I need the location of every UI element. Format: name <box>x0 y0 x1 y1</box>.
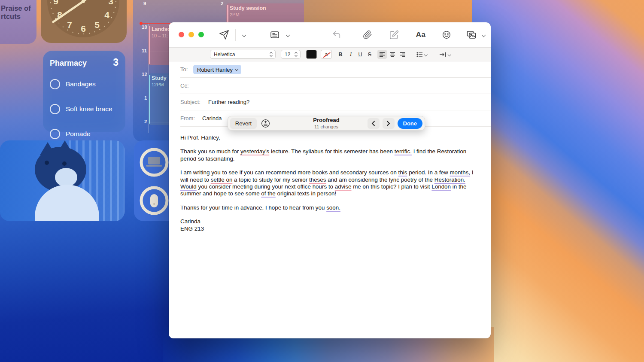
format-bar: Helvetica 12 a B I U S <box>169 47 491 61</box>
underline-button[interactable]: U <box>356 50 365 59</box>
text-widget-line: Praise of <box>1 4 36 12</box>
to-field-row[interactable]: To: Robert Hanley <box>169 61 491 78</box>
clock-number: 4 <box>104 10 109 20</box>
recipient-name: Robert Hanley <box>197 67 233 73</box>
italic-button[interactable]: I <box>346 50 355 59</box>
markup-button[interactable] <box>388 28 401 41</box>
clock-number: 6 <box>81 24 86 34</box>
clock-number: 5 <box>94 20 100 30</box>
writing-tools-icon <box>261 119 270 128</box>
proofread-change[interactable]: soon. <box>326 204 340 211</box>
highlight-color-button[interactable]: a <box>321 50 332 59</box>
event-title: Study session <box>230 5 304 11</box>
wallpaper-right <box>472 0 644 362</box>
reminders-count: 3 <box>113 57 118 68</box>
reminders-widget-pharmacy[interactable]: Pharmacy 3 Bandages Soft knee brace Poma… <box>43 51 125 132</box>
done-button[interactable]: Done <box>398 118 423 129</box>
proofread-change[interactable]: Restoration. <box>434 176 465 183</box>
font-size-select[interactable]: 12 <box>281 50 301 59</box>
reminder-item[interactable]: Soft knee brace <box>50 104 118 114</box>
send-button[interactable] <box>218 28 231 41</box>
calendar-hour-label: 2 <box>144 119 147 124</box>
chevron-down-icon <box>242 33 246 37</box>
reminder-item[interactable]: Pomade <box>50 129 118 139</box>
align-left-button[interactable] <box>377 50 387 59</box>
reminder-checkbox[interactable] <box>50 129 60 139</box>
reminder-label: Pomade <box>66 130 91 138</box>
text-color-well[interactable] <box>306 50 317 59</box>
clock-widget[interactable]: 3 4 5 6 7 8 9 <box>41 0 127 43</box>
proofread-change[interactable]: of the <box>261 190 276 197</box>
zoom-button[interactable] <box>198 32 204 37</box>
proofread-change[interactable]: settle on <box>211 176 233 183</box>
calendar-hour-label: 1 <box>144 95 147 100</box>
revert-button[interactable]: Revert <box>230 118 257 129</box>
format-button[interactable]: Aa <box>414 28 427 41</box>
proofread-title: Proofread <box>313 117 339 123</box>
calendar-hour-label: 10 <box>142 24 147 30</box>
minimize-button[interactable] <box>188 32 194 37</box>
undo-button[interactable] <box>330 28 343 41</box>
desktop: Praise of rtcuts 3 4 5 6 7 8 9 Pharmacy … <box>0 0 644 362</box>
mail-compose-window: Aa Helvetica 12 <box>169 22 491 338</box>
proofread-change[interactable]: theses <box>309 176 326 183</box>
photo-widget-cat[interactable] <box>0 140 125 221</box>
proofread-status: Proofread 11 changes <box>313 117 339 129</box>
proofread-change[interactable]: terrific. <box>395 148 412 155</box>
reminder-checkbox[interactable] <box>50 104 60 114</box>
indent-button[interactable] <box>437 50 452 59</box>
proofread-change[interactable]: yesterday's <box>240 148 269 155</box>
strikethrough-button[interactable]: S <box>365 50 374 59</box>
attach-button[interactable] <box>361 28 374 41</box>
align-center-button[interactable] <box>388 50 397 59</box>
recipient-token[interactable]: Robert Hanley <box>193 65 241 74</box>
stepper-icon <box>269 51 273 58</box>
indent-icon <box>439 52 447 58</box>
proofread-change[interactable]: months, <box>450 169 470 176</box>
align-right-button[interactable] <box>398 50 407 59</box>
cc-field-row[interactable]: Cc: <box>169 78 491 94</box>
next-change-button[interactable] <box>383 118 395 129</box>
emoji-button[interactable] <box>440 28 453 41</box>
proofread-change-count: 11 changes <box>313 124 339 129</box>
shortcuts-text-widget[interactable]: Praise of rtcuts <box>0 0 36 44</box>
send-options-button[interactable] <box>237 28 250 41</box>
photo-browser-icon <box>466 30 477 40</box>
reminder-item[interactable]: Bandages <box>50 79 118 89</box>
chevron-down-icon <box>448 53 451 56</box>
photo-browser-button[interactable] <box>465 28 478 41</box>
proofread-change[interactable]: Would <box>180 183 197 190</box>
clock-ticks-and-hands <box>41 0 127 43</box>
calendar-hour-label: 2 <box>221 1 223 6</box>
body-paragraph: ENG 213 <box>180 225 481 232</box>
email-body[interactable]: Hi Prof. Hanley,Thank you so much for ye… <box>180 134 481 239</box>
font-family-select[interactable]: Helvetica <box>210 50 276 59</box>
chevron-down-icon <box>481 33 486 37</box>
font-size-value: 12 <box>285 52 290 58</box>
subject-field-row[interactable]: Subject: Further reading? <box>169 94 491 110</box>
cc-label: Cc: <box>180 82 189 89</box>
writing-tools-button[interactable] <box>260 118 271 129</box>
proofread-change[interactable]: advise <box>335 183 352 190</box>
emoji-icon <box>442 30 451 40</box>
header-options-button[interactable] <box>281 28 294 41</box>
list-style-button[interactable] <box>415 50 428 59</box>
from-label: From: <box>180 115 195 122</box>
body-paragraph: I am writing you to see if you can recom… <box>180 169 481 198</box>
header-fields-button[interactable] <box>268 28 281 41</box>
paperclip-icon <box>363 30 372 40</box>
bold-button[interactable]: B <box>336 50 345 59</box>
chevron-left-icon <box>371 121 375 126</box>
proofread-change[interactable]: this <box>398 169 407 176</box>
calendar-gridline <box>150 4 219 4</box>
reminder-checkbox[interactable] <box>50 79 60 89</box>
battery-ring-laptop <box>137 146 171 179</box>
photo-browser-options-button[interactable] <box>477 28 490 41</box>
clock-number: 8 <box>57 10 62 20</box>
subject-value: Further reading? <box>208 99 249 105</box>
close-button[interactable] <box>179 32 184 37</box>
bullet-list-icon <box>416 52 423 58</box>
proofread-change[interactable]: London <box>431 183 451 190</box>
previous-change-button[interactable] <box>368 118 380 129</box>
send-icon <box>219 30 229 40</box>
